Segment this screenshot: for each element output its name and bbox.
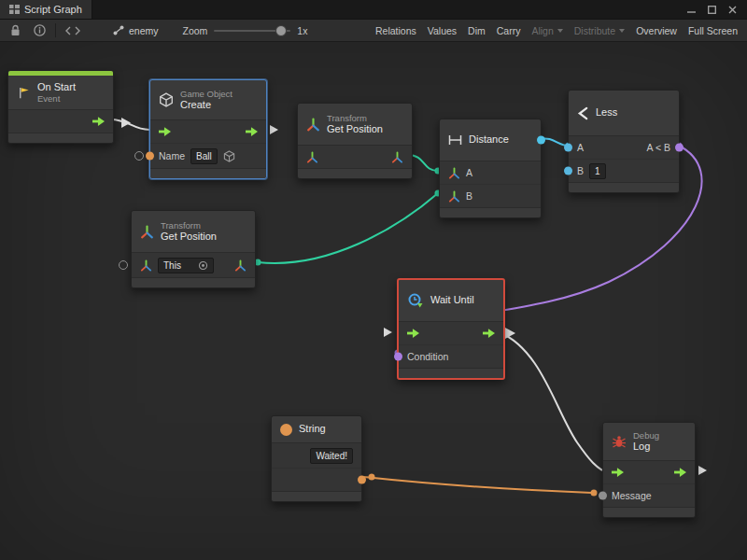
message-input-port[interactable]	[599, 492, 607, 500]
node-title: String	[299, 423, 326, 435]
toolbar-separator	[55, 23, 56, 37]
flow-output-port[interactable]	[483, 329, 495, 338]
node-header: Distance	[440, 119, 541, 161]
string-output-port[interactable]	[358, 476, 366, 484]
distance-output-port[interactable]	[537, 136, 545, 145]
node-string[interactable]: String Waited!	[271, 415, 362, 502]
graph-target[interactable]: enemy	[113, 25, 159, 36]
node-footer	[8, 133, 113, 143]
node-wait-until[interactable]: Wait Until Condition	[397, 278, 505, 380]
node-get-position-left[interactable]: Transform Get Position This	[131, 210, 256, 288]
string-icon	[280, 424, 292, 436]
flow-output-port[interactable]	[246, 127, 258, 136]
port-label-b: B	[466, 190, 472, 202]
values-button[interactable]: Values	[422, 20, 462, 41]
dim-button[interactable]: Dim	[462, 20, 491, 41]
node-footer	[569, 182, 679, 192]
flag-icon	[17, 86, 31, 100]
node-footer	[132, 277, 255, 287]
less-than-icon	[577, 106, 589, 120]
node-title: On Start	[37, 81, 76, 93]
port-label-a: A	[577, 142, 584, 153]
target-value-field[interactable]: This	[158, 258, 214, 273]
maximize-icon[interactable]	[706, 4, 718, 16]
node-footer	[298, 168, 412, 178]
node-distance[interactable]: Distance A B	[439, 119, 542, 218]
transform-input-port[interactable]	[140, 259, 152, 272]
chevron-down-icon	[619, 29, 625, 33]
node-group: Transform	[327, 113, 383, 123]
lock-icon[interactable]	[4, 20, 27, 41]
info-icon[interactable]	[27, 20, 52, 41]
port-label-a: A	[466, 167, 472, 178]
node-get-position-top[interactable]: Transform Get Position	[297, 103, 413, 179]
minimize-icon[interactable]	[685, 4, 698, 16]
node-title: Get Position	[327, 123, 383, 135]
object-picker-icon[interactable]	[223, 150, 235, 162]
code-icon[interactable]	[59, 20, 87, 41]
relations-button[interactable]: Relations	[370, 20, 422, 41]
vector-output-port[interactable]	[234, 259, 247, 272]
port-label-b: B	[577, 165, 584, 176]
node-group: Game Object	[180, 89, 233, 99]
node-create[interactable]: Game Object Create Name Ball	[149, 79, 267, 179]
vector-input-port-b[interactable]	[448, 190, 460, 203]
node-on-start[interactable]: On Start Event	[7, 70, 114, 144]
node-group: Debug	[633, 430, 659, 441]
wait-clock-icon	[407, 292, 424, 309]
tab-script-graph[interactable]: Script Graph	[0, 0, 92, 19]
distribute-button[interactable]: Distribute	[569, 20, 630, 41]
node-footer	[399, 368, 503, 378]
chevron-down-icon	[557, 29, 563, 33]
less-input-port-b[interactable]	[564, 167, 572, 175]
node-header: Less	[569, 91, 679, 135]
node-header: String	[272, 416, 361, 442]
string-value-field[interactable]: Waited!	[310, 448, 353, 464]
zoom-value: 1x	[297, 25, 307, 36]
node-header: Debug Log	[603, 423, 695, 460]
node-title: Log	[633, 441, 659, 453]
align-button[interactable]: Align	[526, 20, 568, 41]
distance-icon	[448, 134, 462, 146]
condition-input-port[interactable]	[394, 353, 402, 361]
bug-icon	[612, 435, 627, 449]
overview-button[interactable]: Overview	[630, 20, 683, 41]
target-icon[interactable]	[198, 260, 208, 271]
unconnected-port-icon	[134, 151, 144, 161]
flow-input-port[interactable]	[159, 127, 171, 136]
node-footer	[440, 207, 541, 217]
condition-label: Condition	[407, 351, 448, 362]
node-footer	[603, 507, 695, 517]
node-header: On Start Event	[8, 76, 113, 109]
name-value-field[interactable]: Ball	[190, 148, 218, 164]
less-input-port-a[interactable]	[564, 144, 572, 152]
node-title: Less	[596, 106, 617, 119]
node-debug-log[interactable]: Debug Log Message	[602, 422, 696, 518]
transform-input-port[interactable]	[306, 151, 318, 163]
node-footer	[272, 491, 361, 501]
b-value-field[interactable]: 1	[589, 163, 606, 179]
vector-input-port-a[interactable]	[448, 167, 460, 179]
name-input-port[interactable]	[146, 152, 154, 161]
zoom-slider[interactable]	[214, 30, 290, 32]
cube-icon	[159, 92, 174, 107]
zoom-label: Zoom	[183, 25, 208, 36]
vector-output-port[interactable]	[391, 151, 403, 163]
flow-input-port[interactable]	[407, 329, 419, 338]
zoom-slider-handle[interactable]	[275, 25, 287, 36]
node-header: Game Object Create	[150, 80, 266, 119]
node-header: Transform Get Position	[298, 104, 412, 145]
close-icon[interactable]	[726, 4, 739, 16]
flow-output-port[interactable]	[674, 468, 686, 477]
node-title: Get Position	[161, 231, 217, 243]
node-footer	[150, 168, 266, 178]
node-header: Wait Until	[399, 280, 503, 321]
flow-input-port[interactable]	[612, 468, 624, 477]
graph-asset-icon	[113, 25, 124, 35]
carry-button[interactable]: Carry	[491, 20, 527, 41]
less-output-port[interactable]	[675, 144, 684, 152]
flow-output-port[interactable]	[92, 117, 105, 126]
unconnected-port-icon	[119, 260, 128, 270]
full-screen-button[interactable]: Full Screen	[683, 20, 743, 41]
node-less[interactable]: Less A A < B B 1	[568, 90, 680, 193]
